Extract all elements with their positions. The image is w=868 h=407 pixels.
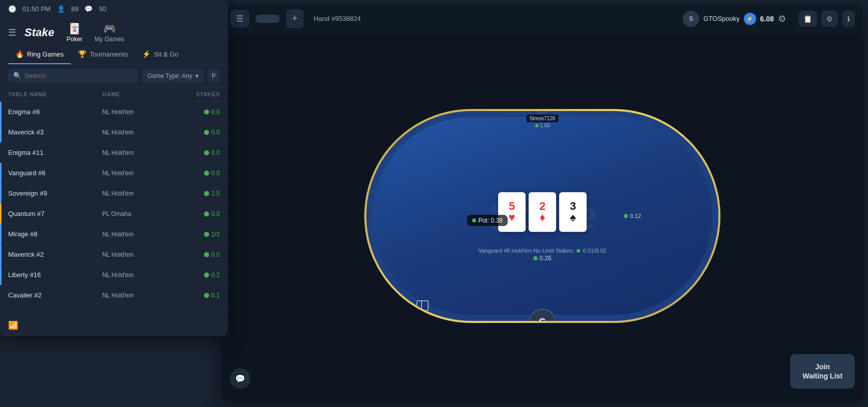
table-amount: 0.26: [478, 255, 606, 262]
table-game: NL Hold'em: [102, 190, 173, 197]
header-row: ☰ Stake 🃏 Poker 🎮 My Games: [0, 18, 228, 45]
side-amount-indicator: 0.12: [624, 213, 641, 219]
table-name: Maverick #3: [8, 128, 102, 136]
pot-info: Pot: 0.38: [467, 214, 508, 226]
tab-ring-games[interactable]: 🔥 Ring Games: [8, 45, 71, 64]
table-game: NL Hold'em: [102, 292, 173, 299]
player-name-stress7126: Stress7126: [527, 115, 559, 122]
tab-sit-go[interactable]: ⚡ Sit & Go: [135, 45, 185, 64]
table-name: Mirage #8: [8, 230, 102, 238]
game-menu-button[interactable]: ☰: [230, 10, 249, 28]
info-button[interactable]: ℹ: [842, 11, 855, 27]
side-dot: [624, 214, 628, 218]
user-chip: S GTOSpooky ⚡ 6.08: [683, 11, 774, 27]
table-row[interactable]: Enigma #8 NL Hold'em 0.0: [0, 102, 228, 122]
table-column-headers: Table Name Game Stakes: [0, 87, 228, 102]
tournaments-label: Tournaments: [90, 50, 128, 58]
chat-button[interactable]: 💬: [230, 368, 250, 389]
pot-label: Pot: 0.38: [478, 216, 503, 224]
table-outer-border: Stake 5 ♥ 2 ♦ 3 ♠: [364, 109, 720, 323]
game-type-filter[interactable]: Game Type: Any ▾: [142, 69, 204, 83]
table-list: Enigma #8 NL Hold'em 0.0 Maverick #3 NL …: [0, 102, 228, 314]
player-stress7126: S Stress7126 1.68: [527, 111, 559, 128]
table-row[interactable]: Sovereign #9 NL Hold'em 2.5: [0, 183, 228, 204]
my-games-label: My Games: [95, 36, 124, 43]
table-row[interactable]: Liberty #16 NL Hold'em 0.2: [0, 265, 228, 285]
pot-dot: [472, 218, 476, 222]
settings-button[interactable]: ⚙: [778, 13, 786, 24]
table-row[interactable]: Cavalier #2 NL Hold'em 0.1: [0, 285, 228, 306]
hamburger-button[interactable]: ☰: [8, 27, 16, 38]
poker-icon: 🃏: [68, 22, 81, 35]
player-nickg86: S NickG86 1.87: [397, 304, 424, 321]
top-status-bar: 🕐 01:50 PM 👤 89 💬 50: [0, 0, 228, 18]
extra-filter-button[interactable]: P: [208, 69, 220, 83]
table-name: Quantum #7: [8, 210, 102, 218]
stake-logo: Stake: [24, 26, 54, 39]
nav-item-my-games[interactable]: 🎮 My Games: [95, 22, 124, 43]
table-row[interactable]: Enigma #11 NL Hold'em 0.0: [0, 143, 228, 163]
table-stakes: 1/2: [173, 231, 220, 238]
message-icon: 💬: [84, 5, 93, 13]
player-avatar-nherando: 🦈 Fold: [366, 121, 384, 149]
poker-nav: 🃏 Poker 🎮 My Games: [67, 22, 124, 43]
my-games-icon: 🎮: [103, 22, 116, 35]
player-shakedaco: S Fold ShakeDaco 5.5: [526, 309, 559, 321]
table-name: Maverick #2: [8, 251, 102, 258]
player-action-nherando: Fold: [366, 146, 378, 149]
table-stakes: 2.5: [173, 190, 220, 197]
player-tmoe: S Bet Tmoe 0.6: [660, 304, 688, 321]
messages-count: 50: [99, 5, 106, 13]
history-button[interactable]: 📋: [798, 11, 817, 27]
community-card-3: 3 ♠: [559, 192, 587, 232]
sit-go-label: Sit & Go: [154, 50, 178, 58]
table-stakes: 0.0: [173, 251, 220, 258]
ring-games-icon: 🔥: [15, 50, 24, 58]
search-input[interactable]: [24, 72, 133, 79]
table-row[interactable]: Maverick #3 NL Hold'em 0.0: [0, 122, 228, 143]
player-amount-nherando: 0.7: [366, 158, 377, 164]
table-name-text: Vanguard #6 Hold'em No Limit Stakes: 0.0…: [478, 248, 606, 254]
chevron-down-icon: ▾: [195, 72, 198, 79]
table-row[interactable]: Vanguard #6 NL Hold'em 0.0: [0, 163, 228, 183]
user-balance: 6.08: [760, 15, 774, 23]
filter-row: 🔍 Game Type: Any ▾ P: [0, 65, 228, 87]
player-amount-stress7126: 1.68: [535, 123, 549, 128]
player-name-bigboyx3: Bigboyx3: [701, 150, 718, 158]
wifi-icon: 📶: [8, 321, 18, 330]
player-avatar-bigboyx3: 🦈: [701, 121, 718, 149]
hand-number: Hand #9538824: [310, 15, 361, 22]
table-settings-button[interactable]: ⚙: [821, 11, 838, 27]
tab-tournaments[interactable]: 🏆 Tournaments: [71, 45, 135, 64]
poker-table: Stake 5 ♥ 2 ♦ 3 ♠: [364, 109, 720, 323]
player-cards-nickg86: [417, 301, 428, 311]
amount-text: 0.26: [539, 255, 551, 262]
col-header-stakes: Stakes: [173, 91, 220, 97]
join-waiting-list-button[interactable]: Join Waiting List: [790, 354, 855, 389]
nav-item-poker[interactable]: 🃏 Poker: [67, 22, 82, 43]
player-cards-tmoe: [680, 301, 692, 311]
table-name: Vanguard #6: [8, 169, 102, 177]
table-name: Sovereign #9: [8, 189, 102, 197]
table-stakes: 0.0: [173, 170, 220, 177]
table-stakes: 0.2: [173, 272, 220, 279]
player-avatar-nickg86: S: [397, 304, 424, 321]
table-stakes: 0.0: [173, 129, 220, 136]
oval-button[interactable]: [255, 15, 280, 23]
add-table-button[interactable]: +: [286, 9, 304, 28]
search-box[interactable]: 🔍: [8, 69, 138, 83]
table-row[interactable]: Mirage #8 NL Hold'em 1/2: [0, 224, 228, 245]
table-row[interactable]: Maverick #2 NL Hold'em 0.0: [0, 245, 228, 265]
game-top-left-controls: ☰ + Hand #9538824: [230, 9, 361, 28]
player-avatar-tmoe: S Bet: [660, 304, 688, 321]
player-name-nherando: Nherando: [366, 150, 385, 158]
table-name: Enigma #11: [8, 149, 102, 156]
table-row[interactable]: Quantum #7 PL Omaha 0.0: [0, 204, 228, 224]
table-game: NL Hold'em: [102, 251, 173, 258]
game-panel: ☰ + Hand #9538824 S GTOSpooky ⚡ 6.08 ⚙ 📋…: [222, 5, 863, 402]
table-stakes: 0.0: [173, 108, 220, 116]
users-count: 89: [71, 5, 78, 13]
player-amount-bigboyx3: 2.41: [707, 158, 718, 164]
table-name: Enigma #8: [8, 108, 102, 116]
community-card-2: 2 ♦: [529, 192, 556, 232]
